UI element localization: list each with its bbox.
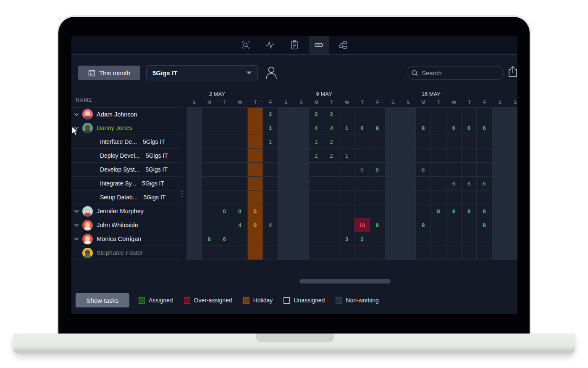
show-tasks-button[interactable]: Show tasks [76,293,129,307]
schedule-cell[interactable] [385,121,400,135]
schedule-cell[interactable] [294,135,309,149]
schedule-cell[interactable] [263,177,278,191]
schedule-cell[interactable] [232,177,247,191]
schedule-cell[interactable] [339,135,354,149]
schedule-cell[interactable] [477,163,492,177]
schedule-cell[interactable] [400,149,415,163]
schedule-cell[interactable]: 0 [354,163,370,177]
schedule-cell[interactable] [354,177,370,191]
schedule-cell[interactable] [309,163,324,177]
schedule-cell[interactable] [400,204,415,218]
schedule-cell[interactable] [446,191,462,204]
schedule-cell[interactable]: 6 [446,121,462,135]
schedule-cell[interactable]: 1 [263,135,278,149]
period-button[interactable]: This month [78,66,140,80]
task-row[interactable]: Interface De...5Gigs IT [71,135,182,149]
schedule-cell[interactable] [477,246,492,260]
schedule-cell[interactable] [339,246,354,260]
schedule-cell[interactable]: 8 [416,121,431,135]
schedule-cell[interactable] [248,246,263,260]
schedule-cell[interactable] [309,177,324,191]
schedule-cell[interactable] [370,191,385,204]
schedule-cell[interactable] [462,163,477,177]
schedule-cell[interactable] [186,218,202,232]
schedule-cell[interactable] [354,107,370,121]
schedule-cell[interactable] [278,121,293,135]
schedule-cell[interactable] [507,135,517,149]
resource-row[interactable]: Monica Corrigan [71,232,182,246]
schedule-cell[interactable] [339,107,354,121]
schedule-cell[interactable] [202,246,217,260]
schedule-cell[interactable] [492,107,507,121]
tab-tasks[interactable] [284,36,304,54]
column-resize-handle[interactable] [181,191,183,197]
schedule-cell[interactable] [492,149,507,163]
schedule-cell[interactable]: 6 [477,177,492,191]
schedule-cell[interactable] [507,163,517,177]
schedule-cell[interactable] [294,218,309,232]
schedule-cell[interactable] [202,191,217,204]
schedule-cell[interactable]: 8 [462,204,477,218]
schedule-cell[interactable]: 8 [370,163,385,177]
schedule-cell[interactable]: 10 [354,218,370,232]
schedule-cell[interactable] [248,107,263,121]
schedule-cell[interactable] [263,163,278,177]
tab-org-chart[interactable] [333,36,353,54]
schedule-cell[interactable] [492,232,507,246]
schedule-cell[interactable] [324,191,339,204]
tab-activity[interactable] [260,36,280,54]
schedule-cell[interactable]: 0 [248,204,263,218]
schedule-cell[interactable] [232,246,247,260]
schedule-cell[interactable] [339,163,354,177]
schedule-cell[interactable] [339,177,354,191]
schedule-cell[interactable] [385,204,400,218]
schedule-cell[interactable] [294,163,309,177]
schedule-cell[interactable] [477,232,492,246]
schedule-cell[interactable] [431,107,446,121]
tab-resource-schedule[interactable] [309,36,329,54]
schedule-cell[interactable] [507,149,517,163]
schedule-cell[interactable] [492,163,507,177]
chevron-down-icon[interactable] [74,111,79,117]
schedule-cell[interactable]: 8 [477,204,492,218]
schedule-cell[interactable] [416,107,431,121]
schedule-cell[interactable] [324,232,339,246]
schedule-cell[interactable]: 0 [354,121,370,135]
schedule-cell[interactable] [202,218,217,232]
schedule-cell[interactable] [416,246,431,260]
schedule-cell[interactable] [202,163,217,177]
schedule-cell[interactable] [507,204,517,218]
schedule-cell[interactable] [309,191,324,204]
schedule-cell[interactable]: 2 [309,149,324,163]
schedule-cell[interactable] [431,121,446,135]
schedule-cell[interactable] [186,149,202,163]
schedule-cell[interactable] [431,218,446,232]
tab-zoom-search[interactable] [236,36,256,54]
schedule-cell[interactable] [446,232,462,246]
schedule-cell[interactable] [186,246,202,260]
schedule-cell[interactable] [385,163,400,177]
schedule-cell[interactable] [400,135,415,149]
schedule-cell[interactable]: 4 [309,121,324,135]
resource-row[interactable]: John Whiteside [71,218,182,232]
chevron-down-icon[interactable] [74,208,79,214]
schedule-cell[interactable] [370,177,385,191]
resource-row[interactable]: Jennifer Murphey [71,204,182,218]
schedule-cell[interactable] [416,135,431,149]
schedule-cell[interactable] [232,149,247,163]
schedule-cell[interactable] [492,191,507,204]
schedule-cell[interactable]: 2 [324,149,339,163]
schedule-cell[interactable]: 3 [339,232,354,246]
schedule-cell[interactable] [370,135,385,149]
schedule-cell[interactable] [462,107,477,121]
schedule-cell[interactable]: 0 [217,204,232,218]
schedule-cell[interactable]: 4 [324,121,339,135]
schedule-cell[interactable]: 8 [446,204,462,218]
schedule-cell[interactable] [309,204,324,218]
schedule-cell[interactable] [263,246,278,260]
schedule-cell[interactable] [431,163,446,177]
schedule-cell[interactable] [370,149,385,163]
schedule-cell[interactable] [232,232,247,246]
schedule-cell[interactable]: 8 [431,204,446,218]
schedule-cell[interactable] [431,191,446,204]
